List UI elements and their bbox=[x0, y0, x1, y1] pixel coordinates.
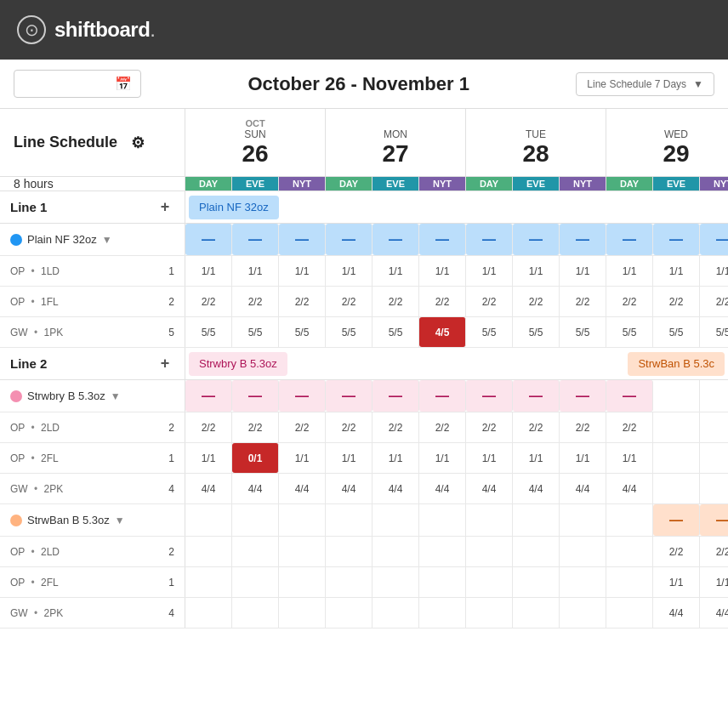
logo-icon bbox=[17, 15, 46, 44]
sm-3[interactable]: — bbox=[279, 380, 326, 412]
view-select[interactable]: Line Schedule 7 Days ▼ bbox=[576, 72, 714, 96]
sbm-3 bbox=[279, 504, 326, 536]
minus-1[interactable]: — bbox=[185, 224, 232, 255]
op2fl-c10: 1/1 bbox=[606, 443, 653, 473]
minus-7[interactable]: — bbox=[466, 224, 513, 255]
gw2pk-c7: 4/4 bbox=[466, 474, 513, 503]
sbm-7 bbox=[466, 504, 513, 536]
op1ld-label: OP • 1LD bbox=[10, 265, 168, 277]
op2fl-sb-c3 bbox=[279, 567, 326, 597]
sm-8[interactable]: — bbox=[513, 380, 560, 412]
day-name: SUN bbox=[244, 128, 265, 140]
op1ld-c4: 1/1 bbox=[326, 256, 373, 286]
sm-4[interactable]: — bbox=[326, 380, 373, 412]
op2fl-c11 bbox=[653, 443, 700, 473]
date-input-box[interactable]: 2021 - 10 - 26 📅 bbox=[14, 70, 141, 98]
minus-9[interactable]: — bbox=[560, 224, 606, 255]
op2fl-c3: 1/1 bbox=[279, 443, 326, 473]
op1ld-cells: 1/11/11/1 1/11/11/1 1/11/11/1 1/11/11/1 bbox=[185, 256, 728, 286]
gw2pk-sb-c8 bbox=[513, 598, 560, 628]
gw2pk-c5: 4/4 bbox=[373, 474, 419, 503]
date-range-title: October 26 - November 1 bbox=[155, 73, 562, 95]
op2ld-c8: 2/2 bbox=[513, 412, 560, 442]
plain-nf-row: Plain NF 32oz ▼ — — — — — — — — — — — — bbox=[0, 224, 728, 256]
strwban-banner: StrwBan B 5.3c bbox=[628, 352, 725, 376]
op1ld-left: OP • 1LD 1 bbox=[0, 256, 185, 286]
date-bar: 2021 - 10 - 26 📅 October 26 - November 1… bbox=[0, 60, 728, 109]
op2fl-sb-c9 bbox=[560, 567, 606, 597]
op2ld-left: OP • 2LD 2 bbox=[0, 412, 185, 442]
gw2pk-sb-c5 bbox=[373, 598, 419, 628]
shift-day-4: DAY bbox=[606, 177, 653, 191]
shift-nyt-1: NYT bbox=[279, 177, 326, 191]
strwban-dot bbox=[10, 515, 22, 526]
op2ld-c2: 2/2 bbox=[232, 412, 279, 442]
op2ld-count: 2 bbox=[168, 422, 174, 434]
op2ld-sb-count: 2 bbox=[168, 546, 174, 558]
minus-10[interactable]: — bbox=[606, 224, 653, 255]
line2-title: Line 2 bbox=[10, 356, 47, 371]
day-num: 27 bbox=[382, 140, 408, 168]
minus-11[interactable]: — bbox=[653, 224, 700, 255]
op1ld-c12: 1/1 bbox=[700, 256, 728, 286]
strwbry-label: Strwbry B 5.3oz bbox=[27, 390, 105, 402]
sm-1[interactable]: — bbox=[185, 380, 232, 412]
sm-5[interactable]: — bbox=[373, 380, 419, 412]
strwbry-chevron[interactable]: ▼ bbox=[111, 390, 121, 402]
op2ld-c1: 2/2 bbox=[185, 412, 232, 442]
date-input[interactable]: 2021 - 10 - 26 bbox=[23, 77, 108, 91]
hours-label-cell: 8 hours bbox=[0, 177, 185, 191]
op1fl-c5: 2/2 bbox=[373, 287, 419, 316]
op2ld-c10: 2/2 bbox=[606, 412, 653, 442]
sm-9[interactable]: — bbox=[560, 380, 606, 412]
sm-2[interactable]: — bbox=[232, 380, 279, 412]
day-col-mon: MON 27 bbox=[326, 109, 466, 177]
line2-left: Line 2 + bbox=[0, 348, 185, 379]
minus-5[interactable]: — bbox=[373, 224, 419, 255]
gw2pk-sb-label: GW • 2PK bbox=[10, 607, 168, 619]
op2ld-label: OP • 2LD bbox=[10, 422, 168, 434]
gw2pk-sb-c10 bbox=[606, 598, 653, 628]
op1fl-c7: 2/2 bbox=[466, 287, 513, 316]
line-schedule-label: Line Schedule bbox=[14, 134, 117, 151]
gw2pk-c9: 4/4 bbox=[560, 474, 606, 503]
shift-nyt-4: NYT bbox=[700, 177, 728, 191]
minus-2[interactable]: — bbox=[232, 224, 279, 255]
plain-nf-chevron[interactable]: ▼ bbox=[102, 234, 112, 246]
shift-day-3: DAY bbox=[466, 177, 513, 191]
op1fl-c6: 2/2 bbox=[419, 287, 466, 316]
op2fl-left: OP • 2FL 1 bbox=[0, 443, 185, 473]
op2fl-c12 bbox=[700, 443, 728, 473]
line1-header: Line 1 + Plain NF 32oz bbox=[0, 191, 728, 224]
gw2pk-sb-c6 bbox=[419, 598, 466, 628]
strwbry-cells: — — — — — — — — — — bbox=[185, 380, 728, 412]
line2-add-button[interactable]: + bbox=[156, 355, 174, 373]
day-num: 26 bbox=[242, 140, 268, 168]
strwban-label: StrwBan B 5.3oz bbox=[27, 514, 110, 526]
minus-4[interactable]: — bbox=[326, 224, 373, 255]
op2ld-cells: 2/22/22/2 2/22/22/2 2/22/22/2 2/2 bbox=[185, 412, 728, 442]
gear-icon[interactable]: ⚙ bbox=[131, 134, 145, 152]
line1-add-button[interactable]: + bbox=[156, 198, 174, 217]
sm-10[interactable]: — bbox=[606, 380, 653, 412]
sbm-9 bbox=[560, 504, 606, 536]
minus-6[interactable]: — bbox=[419, 224, 466, 255]
day-num: 29 bbox=[663, 140, 689, 168]
op2fl-sb-c1 bbox=[185, 567, 232, 597]
gw2pk-sb-c11: 4/4 bbox=[653, 598, 700, 628]
minus-8[interactable]: — bbox=[513, 224, 560, 255]
minus-12[interactable]: — bbox=[700, 224, 728, 255]
minus-3[interactable]: — bbox=[279, 224, 326, 255]
sbm-11[interactable]: — bbox=[653, 504, 700, 536]
strwban-chevron[interactable]: ▼ bbox=[115, 515, 125, 526]
op2fl-c7: 1/1 bbox=[466, 443, 513, 473]
month-label: OCT bbox=[245, 118, 264, 128]
line1-right: Plain NF 32oz bbox=[185, 191, 728, 223]
month-label bbox=[534, 118, 537, 128]
sm-6[interactable]: — bbox=[419, 380, 466, 412]
op2ld-c4: 2/2 bbox=[326, 412, 373, 442]
op1fl-c10: 2/2 bbox=[606, 287, 653, 316]
calendar-icon[interactable]: 📅 bbox=[115, 76, 132, 92]
sm-7[interactable]: — bbox=[466, 380, 513, 412]
sbm-12[interactable]: — bbox=[700, 504, 728, 536]
